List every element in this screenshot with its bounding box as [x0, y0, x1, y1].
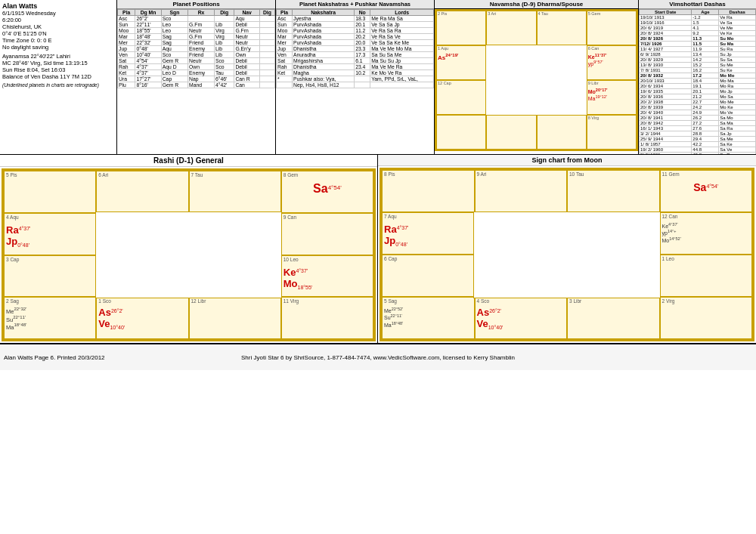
vim-cell: Su Sa: [719, 57, 756, 63]
nak-cell: [355, 76, 370, 82]
vim-cell: 15.2: [692, 63, 719, 68]
vim-cell: 27.6: [692, 126, 719, 131]
vim-cell: 20/10/ 1933: [640, 79, 692, 84]
vim-col-dasha: Dashas: [719, 10, 756, 15]
nak-cell: Sun: [277, 22, 293, 28]
nak-cell: Me Ra Ma Sa: [370, 16, 434, 22]
pp-cell: 4°54': [135, 58, 161, 64]
vim-cell: 16.2: [692, 68, 719, 73]
vim-cell: Mo Ke: [719, 105, 756, 110]
pp-cell: Virg: [214, 28, 234, 34]
nak-cell: Asc: [277, 16, 293, 22]
pp-cell: Sun: [118, 22, 135, 28]
nav-cell-r3c4: 9 Libr Mo20°17' Ma19°12': [587, 80, 637, 115]
nakshatra-title: Planet Nakshatras + Pushkar Navamshas: [276, 0, 434, 9]
moon-r1c3: 10 Tau: [567, 170, 660, 212]
pp-cell: 18°48': [135, 34, 161, 40]
nak-cell: *: [277, 76, 293, 82]
moon-r2c1: 7 Aqu Ra4°37' Jp0°48': [382, 212, 475, 255]
pp-cell: 17°27': [135, 76, 161, 82]
vim-cell: 7/ 8/ 1931: [640, 68, 692, 73]
pp-cell: Neutr: [234, 34, 259, 40]
vim-cell: 20/ 8/ 1924: [640, 31, 692, 36]
moon-r4c1: 5 Sag Me22°52' Su22°11' Ma18°48': [382, 297, 475, 339]
nak-cell: Ve Ra Sa Ra: [370, 28, 434, 34]
vim-cell: 11.9: [692, 47, 719, 52]
rashi-r1c2: 6 Ari: [96, 171, 188, 213]
nak-cell: PurvAshada: [293, 28, 355, 34]
rashi-r1c1: 5 Pis: [4, 171, 96, 213]
nak-cell: Ma Ve Me Ra: [370, 64, 434, 70]
pp-cell: Lib: [214, 22, 234, 28]
pp-cell: Cap: [161, 76, 187, 82]
nak-cell: Mrigashirsha: [293, 58, 355, 64]
vim-cell: 13.4: [692, 52, 719, 57]
pp-cell: Moo: [118, 28, 135, 34]
vim-cell: Mo Ra: [719, 84, 756, 89]
sign-moon-title: Sign chart from Moon: [378, 155, 756, 166]
pp-cell: Neutr: [188, 58, 215, 64]
pp-cell: Plu: [118, 82, 135, 88]
vim-cell: 45.8: [692, 153, 719, 155]
rashi-r3c2: [96, 255, 188, 298]
vim-cell: Sa Me: [719, 137, 756, 142]
nak-cell: Dhanistha: [293, 46, 355, 52]
rashi-r4c2: 1 Sco As26°2' Ve10°40': [96, 297, 188, 339]
vim-cell: 20/ 8/ 1942: [640, 121, 692, 126]
pp-cell: Sco: [161, 16, 187, 22]
pp-cell: Lib: [214, 40, 234, 46]
pp-cell: Sco: [161, 52, 187, 58]
rashi-title: Rashi (D-1) General: [0, 155, 377, 167]
pp-cell: 0°48': [135, 46, 161, 52]
moon-r4c4: 2 Virg: [660, 297, 753, 339]
nak-col-nak: Nakshatra: [293, 10, 355, 16]
rashi-r4c1: 2 Sag Me22°32' Su22°11' Ma18°48': [4, 297, 96, 339]
pp-cell: [259, 22, 274, 28]
vimshottari-panel: Vimshottari Dashas Start Date Age Dashas…: [639, 0, 756, 154]
pp-cell: G.Fm: [188, 34, 215, 40]
vim-cell: 6/ 9/ 1928: [640, 52, 692, 57]
nakshatra-panel: Planet Nakshatras + Pushkar Navamshas Pl…: [276, 0, 435, 154]
pp-cell: Jup: [118, 46, 135, 52]
pp-cell: 26°2': [135, 16, 161, 22]
nak-cell: Ma Ve Me Mo Ma: [370, 46, 434, 52]
person-name: Alan Watts: [2, 2, 114, 10]
pp-cell: Debil: [234, 22, 259, 28]
personal-info: Alan Watts 6/1/1915 Wednesday 6:20:00 Ch…: [0, 0, 117, 154]
pp-col-dgmn: Dg Mn: [135, 10, 161, 16]
vim-cell: 13/ 8/ 1930: [640, 63, 692, 68]
pp-cell: Sat: [118, 58, 135, 64]
pp-cell: Leo: [161, 28, 187, 34]
nak-cell: 10.2: [355, 70, 370, 76]
pp-cell: G.En'y: [234, 46, 259, 52]
vim-cell: 44.8: [692, 147, 719, 153]
vim-cell: Ve Me: [719, 26, 756, 31]
vim-cell: 19/ 6/ 1935: [640, 89, 692, 94]
planet-positions-title: Planet Positions: [117, 0, 275, 9]
nak-cell: 6.1: [355, 58, 370, 64]
nak-cell: 11.2: [355, 28, 370, 34]
moon-r2c3: [567, 212, 660, 255]
vim-cell: Sa Ra: [719, 153, 756, 155]
nak-cell: Nep, Hs4, Hs8, H12: [293, 82, 355, 88]
pp-cell: Sco: [214, 58, 234, 64]
nav-cell-r4c3: [537, 115, 587, 150]
vim-cell: 1.5: [692, 20, 719, 26]
pp-cell: [259, 40, 274, 46]
vim-cell: 20/ 2/ 1938: [640, 100, 692, 105]
planet-positions-panel: Planet Positions Pla Dg Mn Sgn Rx Dig Na…: [117, 0, 276, 154]
vim-cell: 3/ 2/ 1944: [640, 131, 692, 137]
nak-cell: PurvAshada: [293, 34, 355, 40]
vim-cell: 28.8: [692, 131, 719, 137]
vim-cell: Su Ma: [719, 42, 756, 47]
vim-cell: Sa Mo: [719, 116, 756, 121]
pp-cell: 4°37': [135, 70, 161, 76]
moon-r1c2: 9 Ari: [475, 170, 568, 212]
vim-cell: 20/ 8/ 1936: [640, 94, 692, 100]
ayanamsa: Ayanamsa 22°40'22" Lahiri: [2, 53, 114, 60]
vim-cell: Su Jp: [719, 52, 756, 57]
pp-cell: Leo D: [161, 70, 187, 76]
nak-cell: 23.3: [355, 46, 370, 52]
pp-cell: [259, 70, 274, 76]
pp-cell: Friend: [188, 52, 215, 58]
